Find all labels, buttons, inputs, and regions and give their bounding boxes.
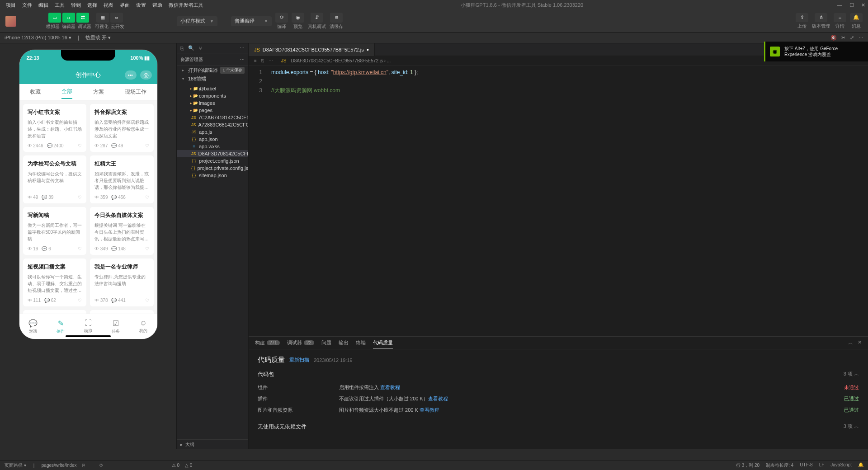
tree-item[interactable]: { }sitemap.json xyxy=(177,172,248,179)
panel-close-icon[interactable]: ✕ xyxy=(858,339,862,346)
menu-file[interactable]: 文件 xyxy=(19,2,35,9)
compile-button[interactable]: ⟳ xyxy=(275,13,288,23)
avatar[interactable] xyxy=(5,16,16,27)
minimize-icon[interactable]: — xyxy=(837,2,842,8)
menu-view[interactable]: 视图 xyxy=(100,2,117,9)
simulator-button[interactable]: ▭ xyxy=(48,13,61,23)
details-button[interactable]: ≡ xyxy=(834,13,846,22)
close-icon[interactable]: ✕ xyxy=(861,2,865,8)
panel-tab-output[interactable]: 输出 xyxy=(339,339,349,346)
copy-icon[interactable]: ⎘ xyxy=(82,463,85,468)
menu-project[interactable]: 项目 xyxy=(3,2,19,9)
menu-tools[interactable]: 工具 xyxy=(52,2,68,9)
device-select[interactable]: iPhone 12/13 (Pro) 100% 16 ▾ xyxy=(5,35,71,41)
capsule-close-icon[interactable]: ◎ xyxy=(140,70,152,80)
warning-count[interactable]: △ 0 xyxy=(185,463,192,468)
realdevice-button[interactable]: ⇵ xyxy=(311,13,323,23)
tree-item[interactable]: ▸ 📂images xyxy=(177,99,248,107)
tree-item[interactable]: JSapp.js xyxy=(177,128,248,136)
open-editors-section[interactable]: ▸打开的编辑器 1 个未保存 xyxy=(177,66,248,75)
outline-section[interactable]: ▸大纲 xyxy=(177,439,248,449)
menu-select[interactable]: 选择 xyxy=(84,2,100,9)
menu-help[interactable]: 帮助 xyxy=(149,2,165,9)
tree-item[interactable]: ▸ 📂pages xyxy=(177,107,248,114)
tree-item[interactable]: { }project.private.config.js... xyxy=(177,164,248,172)
mute-icon[interactable]: 🔇 xyxy=(830,35,837,41)
files-icon[interactable]: ⎘ xyxy=(180,46,184,51)
git-icon[interactable]: ⑂ xyxy=(199,46,202,51)
tab-all[interactable]: 全部 xyxy=(61,85,72,99)
messages-button[interactable]: 🔔 xyxy=(850,13,863,22)
card-item[interactable]: 短视频口播文案我可以帮你写一个简短、生动、易于理解、突出重点的短视频口播文案，通… xyxy=(23,258,87,306)
rescan-link[interactable]: 重新扫描 xyxy=(289,357,309,363)
float-icon[interactable]: ⤢ xyxy=(850,35,854,41)
bookmark-icon[interactable]: ⎘ xyxy=(261,58,264,63)
card-item[interactable]: 写小红书文案输入小红书文案的简短描述，生成：标题、小红书场景和语言👁 2446💬… xyxy=(23,104,87,152)
page-path-label[interactable]: 页面路径 ▾ xyxy=(5,462,26,469)
page-path[interactable]: pages/write/index xyxy=(42,463,77,468)
card-item[interactable]: 今日头条自媒体文案根据关键词 写一篇能够在今日头条上热门的实时资讯，根据最新的热… xyxy=(90,207,154,255)
encoding[interactable]: UTF-8 xyxy=(800,462,812,469)
hotreload-toggle[interactable]: 热重载 开 ▾ xyxy=(85,34,111,41)
upload-button[interactable]: ⇪ xyxy=(796,13,808,22)
compile-select[interactable]: 普通编译▼ xyxy=(231,16,272,26)
menu-bar[interactable]: 项目 文件 编辑 工具 转到 选择 视图 界面 设置 帮助 微信开发者工具 小狐… xyxy=(0,0,868,10)
preview-button[interactable]: ◉ xyxy=(292,13,304,23)
tree-item[interactable]: ▸ 📂components xyxy=(177,92,248,99)
explorer-more-icon[interactable]: ⋯ xyxy=(240,57,245,62)
panel-tab-quality[interactable]: 代码质量 xyxy=(373,339,393,348)
tabbar-对话[interactable]: 💬对话 xyxy=(19,314,47,339)
tree-item[interactable]: ▸ 📁@babel xyxy=(177,85,248,92)
panel-tab-debug[interactable]: 调试器22 xyxy=(287,339,314,346)
search-icon[interactable]: 🔍 xyxy=(188,45,194,51)
tree-item[interactable]: JSA72889C68142C5CFC1... xyxy=(177,121,248,128)
cloud-button[interactable]: ∞ xyxy=(110,13,123,23)
card-item[interactable]: 我是一名专业律师专业律师,为您提供专业的法律咨询与援助👁 378💬 441♡ xyxy=(90,258,154,306)
panel-tab-build[interactable]: 构建271 xyxy=(255,339,280,346)
cut-icon[interactable]: ✂ xyxy=(841,35,845,41)
tree-item[interactable]: { }project.config.json xyxy=(177,157,248,164)
card-item[interactable]: 杠精大王如果我需要倾诉、发泄，或者只是想要听到别人说脏话，那么你都能够为我提…👁… xyxy=(90,155,154,203)
eol[interactable]: LF xyxy=(819,462,825,469)
menu-settings[interactable]: 设置 xyxy=(133,2,149,9)
cursor-pos[interactable]: 行 3，列 20 xyxy=(736,462,760,469)
root-folder[interactable]: ▾186前端 xyxy=(177,75,248,83)
notif-icon[interactable]: 🔔 xyxy=(858,462,863,469)
version-button[interactable]: ⋔ xyxy=(815,13,827,22)
tree-item[interactable]: { }app.json xyxy=(177,136,248,143)
menu-wxdevtools[interactable]: 微信开发者工具 xyxy=(165,2,207,9)
geforce-overlay[interactable]: ◉ 按下 Alt+Z，使用 GeForceExperience 游戏内覆盖 xyxy=(764,42,868,61)
capsule-menu-icon[interactable]: ••• xyxy=(125,70,137,80)
editor-tab-active[interactable]: JSD8AF3D708142C5CFBEC95577B8F5E572.js● xyxy=(249,43,375,56)
tab-fav[interactable]: 收藏 xyxy=(30,85,41,99)
error-count[interactable]: ⚠ 0 xyxy=(172,463,179,468)
list-icon[interactable]: ≡ xyxy=(254,58,257,63)
mode-select[interactable]: 小程序模式▼ xyxy=(177,16,217,26)
tab-onsite[interactable]: 现场工作 xyxy=(125,85,146,99)
collapse-icon[interactable]: ⋯ xyxy=(240,45,245,51)
tree-item[interactable]: JS7C2AB7418142C5CF1A... xyxy=(177,114,248,121)
menu-ui[interactable]: 界面 xyxy=(117,2,133,9)
panel-collapse-icon[interactable]: ︿ xyxy=(848,339,853,346)
menu-goto[interactable]: 转到 xyxy=(68,2,84,9)
editor-button[interactable]: ‹› xyxy=(62,13,75,23)
clearcache-button[interactable]: ≋ xyxy=(330,13,343,23)
card-list[interactable]: 写小红书文案输入小红书文案的简短描述，生成：标题、小红书场景和语言👁 2446💬… xyxy=(19,100,157,319)
card-item[interactable]: 写新闻稿做为一名新闻工作者，写一篇字数在500字以内的新闻稿👁 19💬 6♡ xyxy=(23,207,87,255)
maximize-icon[interactable]: ☐ xyxy=(849,2,854,8)
tree-item[interactable]: JSD8AF3D708142C5CFBE... xyxy=(177,150,248,157)
debugger-button[interactable]: ⇄ xyxy=(76,13,89,23)
visual-button[interactable]: ▦ xyxy=(96,13,109,23)
indent-info[interactable]: 制表符长度: 4 xyxy=(766,462,793,469)
sync-icon[interactable]: ⟳ xyxy=(99,463,103,468)
tabbar-我的[interactable]: ☺我的 xyxy=(130,314,157,339)
code-editor[interactable]: 123 module.exports = { host: "https://gt… xyxy=(249,66,868,336)
more-crumb-icon[interactable]: ⋯ xyxy=(269,58,273,63)
tree-item[interactable]: ≡app.wxss xyxy=(177,143,248,150)
more-icon[interactable]: ⋯ xyxy=(859,35,863,41)
tab-plan[interactable]: 方案 xyxy=(93,85,104,99)
panel-tab-terminal[interactable]: 终端 xyxy=(356,339,366,346)
card-item[interactable]: 抖音探店文案输入需要的抖音探店标题或涉及的行业内容帮您生成一段探店文案👁 287… xyxy=(90,104,154,152)
lang-mode[interactable]: JavaScript xyxy=(830,462,852,469)
card-item[interactable]: 为学校写公众号文稿为学校编写公众号，提供文稿标题与宣传文稿👁 49💬 39♡ xyxy=(23,155,87,203)
